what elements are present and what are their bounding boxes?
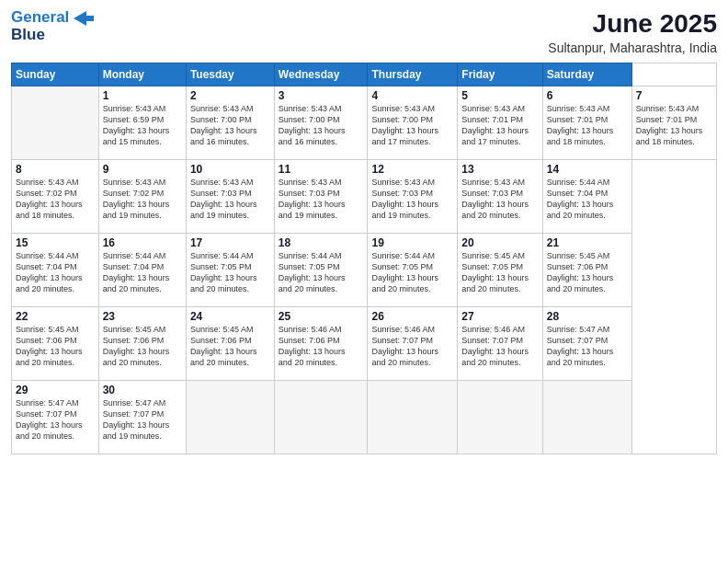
table-row: 15Sunrise: 5:44 AM Sunset: 7:04 PM Dayli… — [12, 234, 99, 307]
day-number: 25 — [279, 310, 364, 323]
table-row: 1Sunrise: 5:43 AM Sunset: 6:59 PM Daylig… — [98, 86, 186, 160]
day-info: Sunrise: 5:47 AM Sunset: 7:07 PM Dayligh… — [547, 324, 628, 369]
table-row: 16Sunrise: 5:44 AM Sunset: 7:04 PM Dayli… — [98, 234, 186, 307]
header: General Blue June 2025 Sultanpur, Mahara… — [11, 9, 717, 55]
table-row — [542, 381, 631, 454]
calendar-body: 1Sunrise: 5:43 AM Sunset: 6:59 PM Daylig… — [12, 86, 717, 454]
table-row: 3Sunrise: 5:43 AM Sunset: 7:00 PM Daylig… — [274, 86, 368, 160]
table-row: 21Sunrise: 5:45 AM Sunset: 7:06 PM Dayli… — [542, 234, 631, 307]
day-info: Sunrise: 5:43 AM Sunset: 7:03 PM Dayligh… — [279, 177, 364, 222]
table-row: 4Sunrise: 5:43 AM Sunset: 7:00 PM Daylig… — [368, 86, 458, 160]
day-number: 9 — [103, 163, 182, 176]
day-info: Sunrise: 5:47 AM Sunset: 7:07 PM Dayligh… — [16, 397, 95, 442]
day-number: 10 — [190, 163, 270, 176]
day-info: Sunrise: 5:43 AM Sunset: 7:01 PM Dayligh… — [636, 103, 712, 148]
day-number: 26 — [371, 310, 453, 323]
table-row: 28Sunrise: 5:47 AM Sunset: 7:07 PM Dayli… — [542, 307, 631, 381]
day-number: 16 — [103, 236, 182, 249]
day-number: 13 — [461, 163, 538, 176]
table-row: 9Sunrise: 5:43 AM Sunset: 7:02 PM Daylig… — [98, 160, 186, 234]
day-info: Sunrise: 5:43 AM Sunset: 7:03 PM Dayligh… — [371, 177, 453, 222]
header-sunday: Sunday — [12, 63, 99, 86]
day-info: Sunrise: 5:43 AM Sunset: 7:02 PM Dayligh… — [16, 177, 95, 222]
day-info: Sunrise: 5:44 AM Sunset: 7:04 PM Dayligh… — [547, 177, 628, 222]
table-row: 6Sunrise: 5:43 AM Sunset: 7:01 PM Daylig… — [542, 86, 631, 160]
table-row: 23Sunrise: 5:45 AM Sunset: 7:06 PM Dayli… — [98, 307, 186, 381]
calendar-title: June 2025 — [548, 9, 717, 39]
calendar-week-row: 29Sunrise: 5:47 AM Sunset: 7:07 PM Dayli… — [12, 381, 717, 454]
day-info: Sunrise: 5:46 AM Sunset: 7:07 PM Dayligh… — [371, 324, 453, 369]
day-number: 15 — [16, 236, 95, 249]
day-number: 6 — [547, 89, 628, 102]
day-number: 5 — [461, 89, 538, 102]
logo-arrow-icon — [74, 11, 94, 26]
day-info: Sunrise: 5:43 AM Sunset: 7:01 PM Dayligh… — [461, 103, 538, 148]
day-info: Sunrise: 5:44 AM Sunset: 7:05 PM Dayligh… — [190, 250, 270, 295]
day-number: 1 — [103, 89, 182, 102]
calendar-week-row: 1Sunrise: 5:43 AM Sunset: 6:59 PM Daylig… — [12, 86, 717, 160]
table-row: 7Sunrise: 5:43 AM Sunset: 7:01 PM Daylig… — [631, 86, 716, 160]
day-info: Sunrise: 5:46 AM Sunset: 7:06 PM Dayligh… — [279, 324, 364, 369]
day-info: Sunrise: 5:43 AM Sunset: 7:01 PM Dayligh… — [547, 103, 628, 148]
table-row: 10Sunrise: 5:43 AM Sunset: 7:03 PM Dayli… — [186, 160, 274, 234]
day-number: 17 — [190, 236, 270, 249]
logo: General Blue — [11, 9, 94, 43]
day-info: Sunrise: 5:43 AM Sunset: 7:00 PM Dayligh… — [190, 103, 270, 148]
header-wednesday: Wednesday — [274, 63, 368, 86]
day-info: Sunrise: 5:45 AM Sunset: 7:06 PM Dayligh… — [16, 324, 95, 369]
table-row — [368, 381, 458, 454]
table-row: 5Sunrise: 5:43 AM Sunset: 7:01 PM Daylig… — [458, 86, 542, 160]
header-saturday: Saturday — [542, 63, 631, 86]
day-info: Sunrise: 5:46 AM Sunset: 7:07 PM Dayligh… — [461, 324, 538, 369]
table-row: 25Sunrise: 5:46 AM Sunset: 7:06 PM Dayli… — [274, 307, 368, 381]
day-number: 21 — [547, 236, 628, 249]
table-row: 24Sunrise: 5:45 AM Sunset: 7:06 PM Dayli… — [186, 307, 274, 381]
table-row: 26Sunrise: 5:46 AM Sunset: 7:07 PM Dayli… — [368, 307, 458, 381]
day-info: Sunrise: 5:44 AM Sunset: 7:05 PM Dayligh… — [279, 250, 364, 295]
table-row — [186, 381, 274, 454]
table-row: 17Sunrise: 5:44 AM Sunset: 7:05 PM Dayli… — [186, 234, 274, 307]
logo-text: General — [11, 9, 94, 27]
day-number: 12 — [371, 163, 453, 176]
day-info: Sunrise: 5:43 AM Sunset: 7:00 PM Dayligh… — [279, 103, 364, 148]
table-row: 30Sunrise: 5:47 AM Sunset: 7:07 PM Dayli… — [98, 381, 186, 454]
day-number: 8 — [16, 163, 95, 176]
table-row: 14Sunrise: 5:44 AM Sunset: 7:04 PM Dayli… — [542, 160, 631, 234]
day-info: Sunrise: 5:45 AM Sunset: 7:06 PM Dayligh… — [547, 250, 628, 295]
day-number: 4 — [371, 89, 453, 102]
table-row: 29Sunrise: 5:47 AM Sunset: 7:07 PM Dayli… — [12, 381, 99, 454]
title-block: June 2025 Sultanpur, Maharashtra, India — [548, 9, 717, 55]
table-row: 20Sunrise: 5:45 AM Sunset: 7:05 PM Dayli… — [458, 234, 542, 307]
table-row: 13Sunrise: 5:43 AM Sunset: 7:03 PM Dayli… — [458, 160, 542, 234]
calendar-subtitle: Sultanpur, Maharashtra, India — [548, 40, 717, 55]
table-row — [274, 381, 368, 454]
logo-blue-text: Blue — [11, 27, 94, 44]
table-row — [458, 381, 542, 454]
header-thursday: Thursday — [368, 63, 458, 86]
table-row: 11Sunrise: 5:43 AM Sunset: 7:03 PM Dayli… — [274, 160, 368, 234]
day-info: Sunrise: 5:43 AM Sunset: 7:00 PM Dayligh… — [371, 103, 453, 148]
day-info: Sunrise: 5:44 AM Sunset: 7:04 PM Dayligh… — [16, 250, 95, 295]
day-info: Sunrise: 5:43 AM Sunset: 6:59 PM Dayligh… — [103, 103, 182, 148]
day-number: 19 — [371, 236, 453, 249]
day-number: 2 — [190, 89, 270, 102]
day-info: Sunrise: 5:45 AM Sunset: 7:06 PM Dayligh… — [190, 324, 270, 369]
empty-cell — [12, 86, 99, 160]
table-row: 2Sunrise: 5:43 AM Sunset: 7:00 PM Daylig… — [186, 86, 274, 160]
day-number: 30 — [103, 384, 182, 396]
day-number: 22 — [16, 310, 95, 323]
day-info: Sunrise: 5:43 AM Sunset: 7:02 PM Dayligh… — [103, 177, 182, 222]
day-info: Sunrise: 5:44 AM Sunset: 7:04 PM Dayligh… — [103, 250, 182, 295]
day-info: Sunrise: 5:43 AM Sunset: 7:03 PM Dayligh… — [461, 177, 538, 222]
day-info: Sunrise: 5:45 AM Sunset: 7:06 PM Dayligh… — [103, 324, 182, 369]
day-info: Sunrise: 5:45 AM Sunset: 7:05 PM Dayligh… — [461, 250, 538, 295]
day-number: 28 — [547, 310, 628, 323]
table-row: 22Sunrise: 5:45 AM Sunset: 7:06 PM Dayli… — [12, 307, 99, 381]
weekday-header-row: Sunday Monday Tuesday Wednesday Thursday… — [12, 63, 717, 86]
day-number: 14 — [547, 163, 628, 176]
day-number: 29 — [16, 384, 95, 396]
day-info: Sunrise: 5:44 AM Sunset: 7:05 PM Dayligh… — [371, 250, 453, 295]
day-number: 23 — [103, 310, 182, 323]
calendar-week-row: 22Sunrise: 5:45 AM Sunset: 7:06 PM Dayli… — [12, 307, 717, 381]
day-number: 27 — [461, 310, 538, 323]
